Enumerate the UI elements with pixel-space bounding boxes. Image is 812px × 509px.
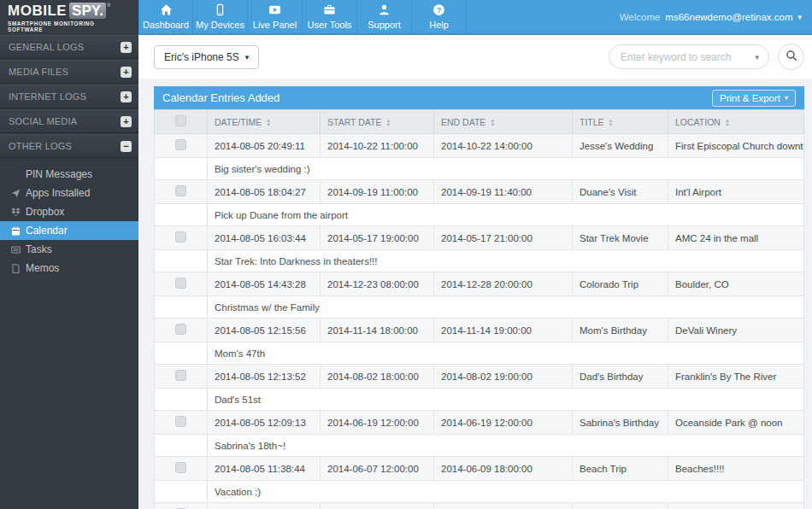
cell-datetime: 2014-08-05 12:09:13	[208, 411, 321, 435]
calendar-entries-table: DATE/TIME▲▼START DATE▲▼END DATE▲▼TITLE▲▼…	[154, 109, 804, 509]
sidebar-item-apps-installed[interactable]: Apps Installed	[0, 184, 138, 202]
note-row: Pick up Duane from the airport	[155, 204, 804, 226]
search-box: ▾	[609, 44, 769, 69]
section-label: SOCIAL MEDIA	[9, 116, 77, 126]
device-selector-label: Eric's iPhone 5S	[164, 51, 239, 63]
nav-item-user-tools[interactable]: User Tools	[303, 0, 357, 33]
search-button[interactable]	[778, 44, 804, 70]
row-checkbox-cell	[155, 411, 208, 435]
column-header-start-date[interactable]: START DATE▲▼	[321, 110, 434, 134]
column-header-date-time[interactable]: DATE/TIME▲▼	[208, 110, 321, 134]
cell-location: Robertson Dental	[668, 503, 804, 509]
section-label: OTHER LOGS	[9, 141, 72, 151]
row-checkbox-cell	[155, 180, 208, 204]
column-header-label: DATE/TIME	[215, 117, 262, 127]
cell-title: Duane's Visit	[573, 180, 668, 204]
cell-start-date: 2014-08-02 18:00:00	[321, 365, 434, 389]
row-checkbox[interactable]	[175, 278, 186, 289]
calendar-panel: Calendar Entries Added Print & Export ▾ …	[154, 86, 804, 509]
cell-datetime: 2014-08-05 18:04:27	[208, 180, 321, 204]
nav-item-help[interactable]: ?Help	[412, 0, 467, 33]
column-header-end-date[interactable]: END DATE▲▼	[434, 110, 573, 134]
cell-title: Colorado Trip	[573, 272, 668, 296]
sidebar-section-general-logs[interactable]: GENERAL LOGS+	[0, 35, 138, 59]
cell-title: Sabrina's Birthday	[573, 411, 668, 435]
nav-item-support[interactable]: Support	[357, 0, 412, 33]
sidebar-section-other-logs[interactable]: OTHER LOGS−	[0, 134, 138, 158]
row-checkbox-cell	[155, 457, 208, 481]
cell-datetime: 2014-08-05 20:49:11	[208, 134, 321, 158]
sidebar-item-calendar[interactable]: Calendar	[0, 221, 138, 240]
row-checkbox[interactable]	[175, 139, 186, 150]
account-menu[interactable]: Welcome ms66newdemo@retinax.com ▾	[620, 0, 812, 33]
print-export-button[interactable]: Print & Export ▾	[712, 90, 796, 107]
column-header-title[interactable]: TITLE▲▼	[573, 110, 668, 134]
sidebar-item-dropbox[interactable]: Dropbox	[0, 202, 138, 221]
nav-item-live-panel[interactable]: Live Panel	[248, 0, 303, 33]
table-row: 2014-08-05 12:13:522014-08-02 18:00:0020…	[155, 365, 804, 389]
row-checkbox[interactable]	[175, 185, 186, 196]
collapse-icon[interactable]: −	[121, 141, 132, 152]
table-header-row: DATE/TIME▲▼START DATE▲▼END DATE▲▼TITLE▲▼…	[155, 110, 804, 134]
note-text: Vacation :)	[208, 481, 804, 503]
sidebar: MOBILE SPY. ® SMARTPHONE MONITORING SOFT…	[0, 0, 138, 509]
sort-icon: ▲▼	[385, 119, 391, 126]
note-empty-cell	[155, 435, 208, 457]
sidebar-section-media-files[interactable]: MEDIA FILES+	[0, 60, 138, 84]
cell-start-date: 2014-08-26 10:30:00	[321, 503, 434, 509]
cell-location: Franklin's By The River	[668, 365, 804, 389]
main-content: Eric's iPhone 5S ▾ ▾ Calendar Entries Ad…	[138, 35, 812, 509]
table-row: 2014-08-05 16:03:442014-05-17 19:00:0020…	[155, 226, 804, 250]
row-checkbox[interactable]	[175, 324, 186, 335]
sidebar-section-internet-logs[interactable]: INTERNET LOGS+	[0, 85, 138, 108]
sort-icon: ▲▼	[725, 119, 730, 126]
user-icon	[378, 3, 391, 18]
cell-end-date: 2014-12-28 20:00:00	[434, 272, 573, 296]
expand-icon[interactable]: +	[121, 42, 132, 53]
cell-title: Dad's Birthday	[573, 365, 668, 389]
nav-item-dashboard[interactable]: Dashboard	[138, 0, 193, 33]
note-row: Mom's 47th	[155, 342, 804, 365]
nav-item-my-devices[interactable]: My Devices	[193, 0, 248, 33]
sidebar-section-social-media[interactable]: SOCIAL MEDIA+	[0, 109, 138, 133]
row-checkbox[interactable]	[175, 416, 186, 427]
note-row: Star Trek: Into Darkness in theaters!!!	[155, 250, 804, 272]
sidebar-item-pin-messages[interactable]: PIN Messages	[0, 165, 138, 184]
expand-icon[interactable]: +	[121, 116, 132, 127]
chevron-down-icon: ▾	[785, 94, 788, 102]
expand-icon[interactable]: +	[121, 67, 132, 78]
section-label: GENERAL LOGS	[9, 42, 84, 52]
expand-icon[interactable]: +	[121, 91, 132, 102]
note-empty-cell	[155, 389, 208, 411]
note-text: Sabrina's 18th~!	[208, 435, 804, 457]
note-empty-cell	[155, 204, 208, 226]
row-checkbox[interactable]	[175, 231, 186, 243]
sidebar-item-memos[interactable]: Memos	[0, 259, 138, 278]
note-empty-cell	[155, 296, 208, 319]
sidebar-item-tasks[interactable]: Tasks	[0, 240, 138, 259]
sort-icon: ▲▼	[609, 119, 614, 126]
device-selector-dropdown[interactable]: Eric's iPhone 5S ▾	[154, 45, 259, 69]
sidebar-sections: GENERAL LOGS+MEDIA FILES+INTERNET LOGS+S…	[0, 35, 138, 284]
account-email: ms66newdemo@retinax.com	[665, 12, 792, 22]
cell-datetime: 2014-08-05 09:14:22	[208, 503, 321, 509]
search-input[interactable]	[609, 44, 769, 69]
select-all-checkbox[interactable]	[175, 115, 186, 126]
row-checkbox[interactable]	[175, 370, 186, 381]
cell-location: First Episcopal Church downtown	[668, 134, 804, 158]
note-text: Pick up Duane from the airport	[208, 204, 804, 226]
table-head: DATE/TIME▲▼START DATE▲▼END DATE▲▼TITLE▲▼…	[155, 110, 804, 134]
sidebar-item-label: Dropbox	[26, 206, 64, 218]
top-navbar: DashboardMy DevicesLive PanelUser ToolsS…	[138, 0, 812, 35]
cell-title: Jesse's Wedding	[573, 134, 668, 158]
cell-location: Boulder, CO	[668, 272, 804, 296]
device-icon	[214, 3, 227, 18]
cell-datetime: 2014-08-05 12:13:52	[208, 365, 321, 389]
column-header-location[interactable]: LOCATION▲▼	[668, 110, 804, 134]
submenu-other-logs: PIN MessagesApps InstalledDropboxCalenda…	[0, 159, 138, 284]
note-empty-cell	[155, 342, 208, 365]
row-checkbox[interactable]	[175, 462, 186, 473]
cell-datetime: 2014-08-05 14:43:28	[208, 272, 321, 296]
column-header-label: TITLE	[580, 117, 604, 127]
cell-datetime: 2014-08-05 11:38:44	[208, 457, 321, 481]
